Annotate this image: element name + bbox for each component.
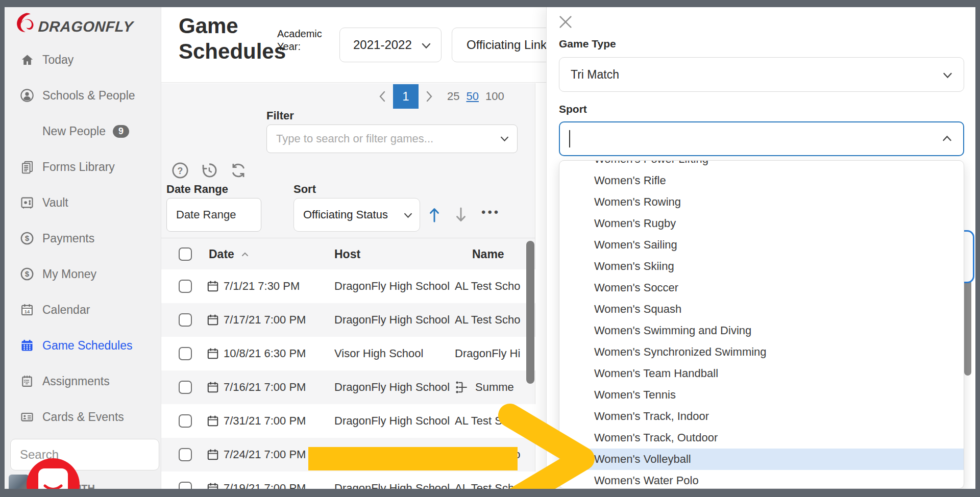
sport-option[interactable]: Women's Team Handball bbox=[559, 363, 964, 384]
sidebar-item-my-money[interactable]: $ My Money bbox=[5, 256, 161, 292]
frame-border-right bbox=[975, 0, 980, 497]
history-icon[interactable] bbox=[200, 161, 218, 180]
current-page-button[interactable]: 1 bbox=[393, 84, 419, 109]
sport-option[interactable]: Women's Tennis bbox=[559, 384, 964, 406]
sort-ascending-icon[interactable] bbox=[428, 207, 440, 223]
frame-border-top bbox=[0, 0, 980, 7]
table-row[interactable]: 7/24/21 7:00 PM DragonFly High School AL… bbox=[161, 438, 535, 471]
sort-select[interactable]: Officiating Status bbox=[293, 198, 420, 232]
calendar-icon bbox=[206, 280, 219, 295]
column-header-date[interactable]: Date bbox=[209, 238, 249, 270]
sport-option[interactable]: Women's Squash bbox=[559, 299, 964, 320]
next-page-icon[interactable] bbox=[426, 91, 433, 102]
table-row[interactable]: 7/19/21 7:00 PM DragonFly High School AL… bbox=[161, 471, 535, 489]
game-host: DragonFly High School bbox=[334, 269, 450, 303]
prev-page-icon[interactable] bbox=[379, 91, 386, 102]
sport-option[interactable]: Women's Volleyball bbox=[559, 449, 964, 470]
person-icon bbox=[20, 88, 34, 103]
table-row[interactable]: 7/17/21 7:00 PM DragonFly High School AL… bbox=[161, 303, 535, 337]
close-icon[interactable] bbox=[558, 14, 573, 30]
game-host: DragonFly High School bbox=[334, 370, 450, 404]
game-date: 7/17/21 7:00 PM bbox=[224, 303, 306, 337]
game-type-select[interactable]: Tri Match bbox=[559, 57, 964, 92]
page-size-25[interactable]: 25 bbox=[447, 90, 459, 103]
sport-option[interactable]: Women's Swimming and Diving bbox=[559, 320, 964, 341]
chat-widget-icon bbox=[38, 468, 68, 489]
sidebar-item-schools-people[interactable]: Schools & People bbox=[5, 78, 161, 113]
column-header-name[interactable]: Name bbox=[472, 238, 504, 270]
filter-combobox[interactable] bbox=[266, 125, 518, 153]
sidebar-item-cards-events[interactable]: Cards & Events bbox=[5, 399, 161, 435]
page-size-50[interactable]: 50 bbox=[466, 90, 478, 103]
row-checkbox[interactable] bbox=[179, 482, 192, 489]
table-scrollbar[interactable] bbox=[526, 241, 534, 384]
row-checkbox[interactable] bbox=[179, 313, 192, 327]
row-checkbox[interactable] bbox=[179, 347, 192, 360]
page-size-100[interactable]: 100 bbox=[485, 90, 504, 103]
sidebar-item-game-schedules[interactable]: Game Schedules bbox=[5, 328, 161, 363]
sidebar-nav: Today Schools & People New People 9 bbox=[5, 42, 161, 435]
sport-option[interactable]: Women's Track, Indoor bbox=[559, 406, 964, 427]
sport-option[interactable]: Women's Skiing bbox=[559, 256, 964, 277]
sort-label: Sort bbox=[293, 183, 316, 196]
academic-year-select[interactable]: 2021-2022 bbox=[339, 28, 442, 62]
game-name: AL Test Scho bbox=[455, 438, 520, 471]
sidebar-item-forms-library[interactable]: Forms Library bbox=[5, 149, 161, 185]
game-date: 10/8/21 6:30 PM bbox=[224, 337, 306, 370]
avatar[interactable] bbox=[9, 475, 29, 489]
sidebar-item-payments[interactable]: $ Payments bbox=[5, 220, 161, 256]
table-row[interactable]: 10/8/21 6:30 PM Visor High School Dragon… bbox=[161, 337, 535, 370]
table-row[interactable]: 7/31/21 7:00 PM DragonFly High School AL… bbox=[161, 404, 535, 438]
row-checkbox[interactable] bbox=[179, 280, 192, 293]
svg-text:$: $ bbox=[25, 269, 30, 278]
game-name: DragonFly Hi bbox=[455, 337, 520, 370]
row-checkbox[interactable] bbox=[179, 381, 192, 394]
game-editor-panel: Game Type Tri Match Sport bbox=[546, 7, 975, 489]
dragonfly-logo: DragonFly bbox=[15, 12, 133, 41]
sport-search-input[interactable] bbox=[559, 121, 964, 156]
sport-option[interactable]: Women's Soccer bbox=[559, 277, 964, 299]
table-row[interactable]: 7/1/21 7:30 PM DragonFly High School AL … bbox=[161, 269, 535, 303]
help-icon[interactable]: ? bbox=[171, 161, 189, 180]
sidebar-item-assignments[interactable]: Assignments bbox=[5, 363, 161, 399]
table-header: Date Host Name bbox=[161, 238, 535, 269]
page-size-options: 25 50 100 bbox=[447, 90, 504, 103]
refresh-icon[interactable] bbox=[229, 161, 248, 180]
sport-option[interactable]: Women's Rifle bbox=[559, 170, 964, 191]
sidebar-item-today[interactable]: Today bbox=[5, 42, 161, 78]
home-icon bbox=[20, 53, 34, 67]
schedule-grid-icon bbox=[20, 338, 34, 353]
dropdown-scrollbar[interactable] bbox=[964, 274, 971, 376]
sport-option[interactable]: Women's Sailing bbox=[559, 234, 964, 256]
row-checkbox[interactable] bbox=[179, 414, 192, 428]
forms-icon bbox=[20, 160, 34, 174]
sidebar-item-calendar[interactable]: 14 Calendar bbox=[5, 292, 161, 328]
more-options-icon[interactable]: ••• bbox=[481, 210, 500, 220]
sport-option[interactable]: Women's Rowing bbox=[559, 191, 964, 213]
chevron-down-icon[interactable] bbox=[500, 136, 509, 142]
sport-option[interactable]: Women's Water Polo bbox=[559, 470, 964, 489]
game-date: 7/24/21 7:00 PM bbox=[224, 438, 306, 471]
games-table: 7/1/21 7:30 PM DragonFly High School AL … bbox=[161, 269, 535, 489]
sidebar-item-vault[interactable]: Vault bbox=[5, 185, 161, 220]
sort-descending-icon[interactable] bbox=[455, 207, 467, 223]
chevron-up-icon[interactable] bbox=[942, 134, 952, 143]
calendar-14-icon: 14 bbox=[20, 303, 34, 317]
game-name: AL Test Scho bbox=[455, 404, 520, 438]
sport-option[interactable]: Women's Synchronized Swimming bbox=[559, 341, 964, 363]
sport-label: Sport bbox=[559, 103, 587, 115]
table-row[interactable]: 7/16/21 7:00 PM DragonFly High School Su… bbox=[161, 370, 535, 404]
sport-option[interactable]: Women's Rugby bbox=[559, 213, 964, 234]
pagination: 1 25 50 100 bbox=[379, 84, 504, 109]
sport-option[interactable]: Women's Power Lifting bbox=[559, 160, 964, 170]
frame-border-left bbox=[0, 0, 5, 497]
row-checkbox[interactable] bbox=[179, 448, 192, 461]
sidebar-item-new-people[interactable]: New People 9 bbox=[5, 113, 161, 149]
column-header-host[interactable]: Host bbox=[334, 238, 360, 270]
date-range-input[interactable] bbox=[166, 198, 261, 232]
filter-input[interactable] bbox=[267, 132, 500, 145]
select-all-checkbox[interactable] bbox=[179, 247, 192, 261]
search-input[interactable] bbox=[10, 439, 159, 470]
game-date: 7/16/21 7:00 PM bbox=[224, 370, 306, 404]
sport-option[interactable]: Women's Track, Outdoor bbox=[559, 427, 964, 449]
